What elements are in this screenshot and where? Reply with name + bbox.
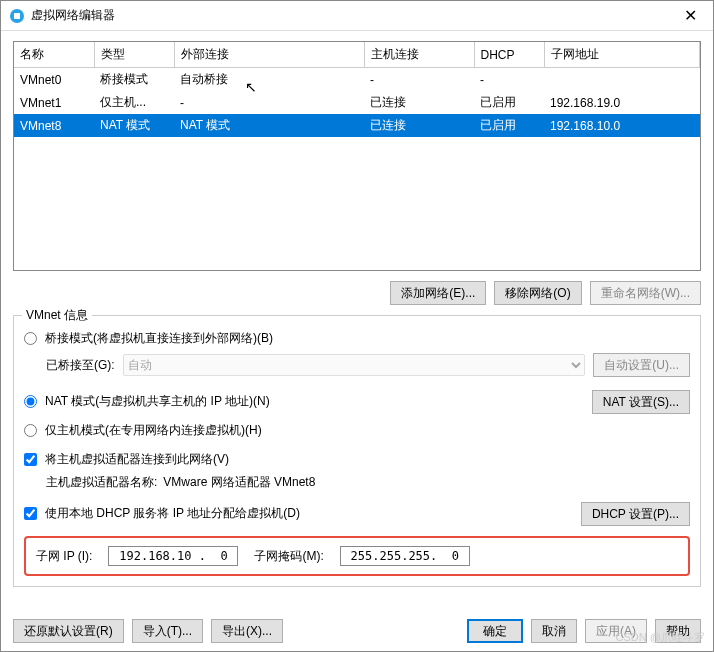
nat-mode-radio[interactable] — [24, 395, 37, 408]
cancel-button[interactable]: 取消 — [531, 619, 577, 643]
hostonly-mode-label: 仅主机模式(在专用网络内连接虚拟机)(H) — [45, 422, 262, 439]
column-header[interactable]: 子网地址 — [544, 42, 700, 68]
table-row[interactable]: VMnet8NAT 模式NAT 模式已连接已启用192.168.10.0 — [14, 114, 700, 137]
column-header[interactable]: 主机连接 — [364, 42, 474, 68]
ok-button[interactable]: 确定 — [467, 619, 523, 643]
titlebar: 虚拟网络编辑器 ✕ — [1, 1, 713, 31]
restore-defaults-button[interactable]: 还原默认设置(R) — [13, 619, 124, 643]
bottom-button-bar: 还原默认设置(R) 导入(T)... 导出(X)... 确定 取消 应用(A) … — [13, 619, 701, 643]
column-header[interactable]: DHCP — [474, 42, 544, 68]
network-table[interactable]: 名称类型外部连接主机连接DHCP子网地址 VMnet0桥接模式自动桥接--VMn… — [13, 41, 701, 271]
export-button[interactable]: 导出(X)... — [211, 619, 283, 643]
subnet-mask-label: 子网掩码(M): — [254, 548, 323, 565]
host-adapter-label: 将主机虚拟适配器连接到此网络(V) — [45, 451, 229, 468]
rename-network-button: 重命名网络(W)... — [590, 281, 701, 305]
auto-settings-button: 自动设置(U)... — [593, 353, 690, 377]
host-adapter-checkbox[interactable] — [24, 453, 37, 466]
bridge-mode-label: 桥接模式(将虚拟机直接连接到外部网络)(B) — [45, 330, 273, 347]
hostonly-mode-radio[interactable] — [24, 424, 37, 437]
app-icon — [9, 8, 25, 24]
dhcp-settings-button[interactable]: DHCP 设置(P)... — [581, 502, 690, 526]
column-header[interactable]: 类型 — [94, 42, 174, 68]
column-header[interactable]: 外部连接 — [174, 42, 364, 68]
nat-mode-label: NAT 模式(与虚拟机共享主机的 IP 地址)(N) — [45, 393, 270, 410]
subnet-mask-input[interactable] — [340, 546, 470, 566]
dhcp-label: 使用本地 DHCP 服务将 IP 地址分配给虚拟机(D) — [45, 505, 300, 522]
virtual-network-editor-window: 虚拟网络编辑器 ✕ 名称类型外部连接主机连接DHCP子网地址 VMnet0桥接模… — [0, 0, 714, 652]
host-adapter-name-label: 主机虚拟适配器名称: — [46, 474, 157, 491]
table-row[interactable]: VMnet0桥接模式自动桥接-- — [14, 68, 700, 92]
watermark: CSDN @爪哇斗罗 — [616, 630, 705, 645]
group-legend: VMnet 信息 — [22, 307, 92, 324]
dhcp-checkbox[interactable] — [24, 507, 37, 520]
import-button[interactable]: 导入(T)... — [132, 619, 203, 643]
host-adapter-name-value: VMware 网络适配器 VMnet8 — [163, 474, 315, 491]
subnet-highlight-box: 子网 IP (I): 子网掩码(M): — [24, 536, 690, 576]
subnet-ip-label: 子网 IP (I): — [36, 548, 92, 565]
window-title: 虚拟网络编辑器 — [31, 7, 676, 24]
bridged-to-label: 已桥接至(G): — [46, 357, 115, 374]
add-network-button[interactable]: 添加网络(E)... — [390, 281, 486, 305]
close-icon[interactable]: ✕ — [676, 6, 705, 25]
nat-settings-button[interactable]: NAT 设置(S)... — [592, 390, 690, 414]
remove-network-button[interactable]: 移除网络(O) — [494, 281, 581, 305]
table-row[interactable]: VMnet1仅主机...-已连接已启用192.168.19.0 — [14, 91, 700, 114]
subnet-ip-input[interactable] — [108, 546, 238, 566]
svg-rect-1 — [14, 13, 20, 19]
bridged-to-select: 自动 — [123, 354, 586, 376]
column-header[interactable]: 名称 — [14, 42, 94, 68]
vmnet-info-group: VMnet 信息 桥接模式(将虚拟机直接连接到外部网络)(B) 已桥接至(G):… — [13, 315, 701, 587]
bridge-mode-radio[interactable] — [24, 332, 37, 345]
